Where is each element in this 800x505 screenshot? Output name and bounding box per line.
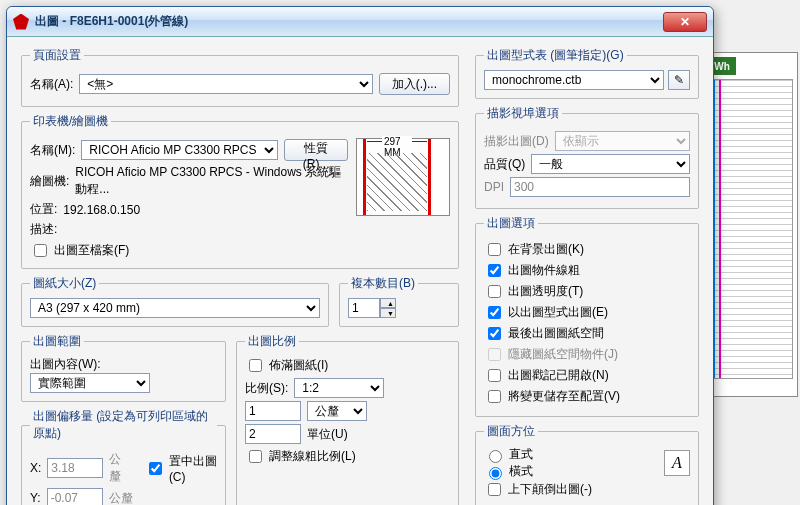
plot-options-group: 出圖選項 在背景出圖(K) 出圖物件線粗 出圖透明度(T) 以出圖型式出圖(E)…	[475, 215, 699, 417]
quality-select[interactable]: 一般	[531, 154, 690, 174]
orientation-legend: 圖面方位	[484, 423, 538, 440]
background-drawing	[708, 79, 793, 379]
printer-properties-button[interactable]: 性質(R)...	[284, 139, 348, 161]
plot-dialog: 出圖 - F8E6H1-0001(外管線) ✕ 頁面設置 名稱(A): <無> …	[6, 6, 714, 505]
shade-plot-select: 依顯示	[555, 131, 690, 151]
printer-group: 印表機/繪圖機 名稱(M): RICOH Aficio MP C3300 RPC…	[21, 113, 459, 269]
offset-y-unit: 公釐	[109, 490, 133, 506]
autocad-icon	[13, 14, 29, 30]
page-setup-legend: 頁面設置	[30, 47, 84, 64]
plot-options-legend: 出圖選項	[484, 215, 538, 232]
plot-style-table-select[interactable]: monochrome.ctb	[484, 70, 664, 90]
quality-label: 品質(Q)	[484, 156, 525, 173]
plotter-label: 繪圖機:	[30, 173, 69, 190]
offset-y-input	[47, 488, 103, 505]
orientation-portrait[interactable]: 直式	[484, 446, 533, 463]
copies-input[interactable]	[348, 298, 380, 318]
fit-to-paper-checkbox[interactable]: 佈滿圖紙(I)	[245, 356, 450, 375]
plot-what-label: 出圖內容(W):	[30, 356, 217, 373]
orientation-landscape[interactable]: 橫式	[484, 463, 533, 480]
printer-name-select[interactable]: RICOH Aficio MP C3300 RPCS	[81, 140, 278, 160]
opt-hide-paperspace: 隱藏圖紙空間物件(J)	[484, 345, 690, 364]
plot-scale-group: 出圖比例 佈滿圖紙(I) 比例(S): 1:2 公釐 單位(U)	[236, 333, 459, 505]
scale-select[interactable]: 1:2	[294, 378, 384, 398]
plot-style-table-group: 出圖型式表 (圖筆指定)(G) monochrome.ctb ✎	[475, 47, 699, 99]
opt-background[interactable]: 在背景出圖(K)	[484, 240, 690, 259]
window-title: 出圖 - F8E6H1-0001(外管線)	[35, 13, 188, 30]
scale-denominator-input[interactable]	[245, 424, 301, 444]
paper-preview: 297 MM	[356, 138, 450, 216]
page-setup-group: 頁面設置 名稱(A): <無> 加入(.)...	[21, 47, 459, 107]
titlebar[interactable]: 出圖 - F8E6H1-0001(外管線) ✕	[7, 7, 713, 37]
shade-plot-label: 描影出圖(D)	[484, 133, 549, 150]
plotter-value: RICOH Aficio MP C3300 RPCS - Windows 系統驅…	[75, 164, 348, 198]
copies-down[interactable]: ▼	[380, 308, 396, 318]
paper-size-group: 圖紙大小(Z) A3 (297 x 420 mm)	[21, 275, 329, 327]
printer-name-label: 名稱(M):	[30, 142, 75, 159]
opt-transparency[interactable]: 出圖透明度(T)	[484, 282, 690, 301]
opt-save-changes[interactable]: 將變更儲存至配置(V)	[484, 387, 690, 406]
plot-area-group: 出圖範圍 出圖內容(W): 實際範圍	[21, 333, 226, 402]
plot-to-file-checkbox[interactable]: 出圖至檔案(F)	[30, 241, 348, 260]
page-setup-name-label: 名稱(A):	[30, 76, 73, 93]
copies-group: 複本數目(B) ▲▼	[339, 275, 459, 327]
copies-up[interactable]: ▲	[380, 298, 396, 308]
page-setup-name-select[interactable]: <無>	[79, 74, 372, 94]
add-page-setup-button[interactable]: 加入(.)...	[379, 73, 450, 95]
paper-size-legend: 圖紙大小(Z)	[30, 275, 99, 292]
orientation-preview-icon: A	[664, 450, 690, 476]
opt-paperspace-last[interactable]: 最後出圖圖紙空間	[484, 324, 690, 343]
scale-numerator-input[interactable]	[245, 401, 301, 421]
scale-lineweights-checkbox[interactable]: 調整線粗比例(L)	[245, 447, 450, 466]
copies-spinner[interactable]: ▲▼	[348, 298, 396, 318]
offset-x-label: X:	[30, 461, 41, 475]
dpi-label: DPI	[484, 180, 504, 194]
plot-what-select[interactable]: 實際範圍	[30, 373, 150, 393]
background-drawing-window: Wh	[703, 52, 798, 397]
plot-style-table-legend: 出圖型式表 (圖筆指定)(G)	[484, 47, 627, 64]
paper-size-select[interactable]: A3 (297 x 420 mm)	[30, 298, 320, 318]
offset-y-label: Y:	[30, 491, 41, 505]
close-button[interactable]: ✕	[663, 12, 707, 32]
scale-den-unit: 單位(U)	[307, 426, 348, 443]
pencil-icon: ✎	[674, 73, 684, 87]
plot-scale-legend: 出圖比例	[245, 333, 299, 350]
plot-offset-group: 出圖偏移量 (設定為可列印區域的原點) X: 公釐 置中出圖(C) Y: 公釐	[21, 408, 226, 505]
printer-legend: 印表機/繪圖機	[30, 113, 111, 130]
dpi-input	[510, 177, 690, 197]
location-label: 位置:	[30, 201, 57, 218]
offset-x-unit: 公釐	[109, 451, 129, 485]
opt-plot-stamp[interactable]: 出圖戳記已開啟(N)	[484, 366, 690, 385]
center-plot-checkbox[interactable]: 置中出圖(C)	[145, 453, 217, 484]
shaded-viewport-legend: 描影視埠選項	[484, 105, 562, 122]
plot-area-legend: 出圖範圍	[30, 333, 84, 350]
orientation-group: 圖面方位 直式 橫式 A 上下顛倒出圖(-)	[475, 423, 699, 505]
copies-legend: 複本數目(B)	[348, 275, 418, 292]
offset-x-input	[47, 458, 103, 478]
scale-label: 比例(S):	[245, 380, 288, 397]
description-label: 描述:	[30, 221, 57, 238]
edit-style-table-button[interactable]: ✎	[668, 70, 690, 90]
scale-unit-select[interactable]: 公釐	[307, 401, 367, 421]
opt-plot-styles[interactable]: 以出圖型式出圖(E)	[484, 303, 690, 322]
opt-lineweights[interactable]: 出圖物件線粗	[484, 261, 690, 280]
shaded-viewport-group: 描影視埠選項 描影出圖(D)依顯示 品質(Q)一般 DPI	[475, 105, 699, 209]
orientation-upside-down[interactable]: 上下顛倒出圖(-)	[484, 480, 690, 499]
location-value: 192.168.0.150	[63, 203, 140, 217]
plot-offset-legend: 出圖偏移量 (設定為可列印區域的原點)	[30, 408, 217, 442]
